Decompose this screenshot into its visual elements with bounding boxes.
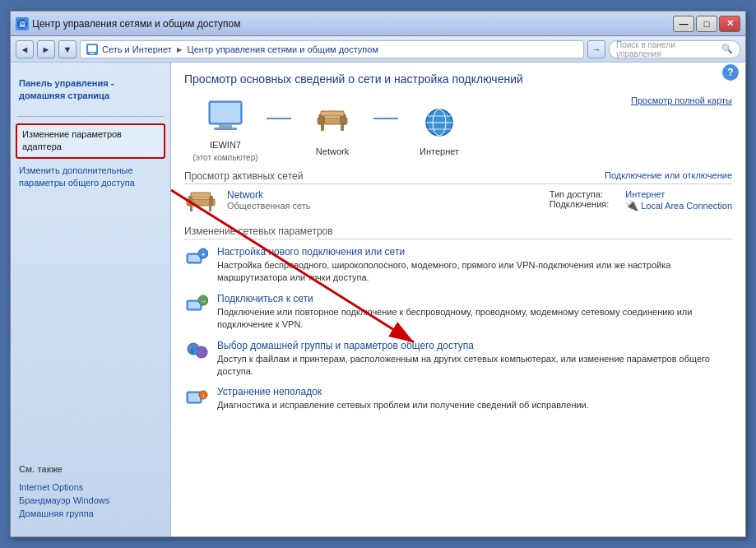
- svg-rect-31: [188, 302, 200, 309]
- search-placeholder: Поиск в панели управления: [616, 40, 718, 58]
- action-item-connect: → Подключиться к сети Подключение или по…: [184, 293, 732, 332]
- map-label-network: Network: [316, 146, 349, 156]
- homegroup-icon: 👥: [184, 340, 209, 363]
- network-entry: Network Общественная сеть Тип доступа: П…: [184, 189, 732, 216]
- map-full-link[interactable]: Просмотр полной карты: [480, 95, 732, 105]
- connections-value[interactable]: Local Area Connection: [641, 201, 732, 211]
- svg-rect-4: [90, 53, 95, 54]
- sidebar-link-firewall[interactable]: Брандмауэр Windows: [11, 494, 170, 507]
- help-icon[interactable]: ?: [722, 64, 739, 81]
- action-desc-homegroup: Доступ к файлам и принтерам, расположенн…: [217, 353, 732, 378]
- sidebar: Панель управления - домашняя страница Из…: [11, 63, 171, 536]
- action-desc-setup: Настройка беспроводного, широкополосного…: [217, 259, 732, 285]
- svg-rect-27: [188, 255, 200, 262]
- sidebar-also-label: См. также: [11, 457, 170, 481]
- svg-rect-8: [214, 128, 237, 130]
- back-button[interactable]: ◄: [16, 40, 34, 58]
- action-link-troubleshoot[interactable]: Устранение неполадок: [217, 386, 732, 397]
- action-item-homegroup: 👥 Выбор домашней группы и параметров общ…: [184, 340, 732, 378]
- svg-text:👥: 👥: [190, 346, 197, 354]
- page-title: Просмотр основных сведений о сети и наст…: [184, 72, 732, 86]
- svg-rect-6: [211, 103, 240, 123]
- sidebar-home-link[interactable]: Панель управления - домашняя страница: [11, 71, 170, 109]
- svg-rect-38: [188, 393, 200, 402]
- svg-text:🖥: 🖥: [18, 20, 26, 29]
- svg-text:!: !: [202, 392, 204, 400]
- troubleshoot-icon: !: [184, 386, 209, 409]
- svg-rect-3: [88, 45, 96, 52]
- svg-rect-14: [321, 111, 344, 116]
- network-name[interactable]: Network: [227, 189, 540, 201]
- refresh-button[interactable]: →: [587, 40, 605, 58]
- content-area: Просмотр основных сведений о сети и наст…: [171, 63, 745, 536]
- breadcrumb[interactable]: Сеть и Интернет ► Центр управления сетям…: [80, 40, 584, 58]
- action-item-setup: + Настройка нового подключения или сети …: [184, 246, 732, 285]
- connection-value-row: 🔌 Local Area Connection: [625, 199, 732, 211]
- globe-icon: [419, 102, 460, 143]
- connections-label: Подключения:: [550, 199, 610, 209]
- window-title: Центр управления сетями и общим доступом: [32, 18, 241, 30]
- network-details: Тип доступа: Подключения: Интернет 🔌 Loc…: [550, 189, 732, 211]
- action-desc-troubleshoot: Диагностика и исправление сетевых пробле…: [217, 399, 732, 411]
- network-entry-icon: [184, 189, 217, 216]
- map-item-internet: Интернет: [398, 102, 480, 156]
- action-desc-connect: Подключение или повторное подключение к …: [217, 306, 732, 332]
- svg-point-35: [196, 346, 207, 358]
- svg-rect-24: [209, 206, 211, 211]
- sidebar-item-adapter[interactable]: Изменение параметров адаптера: [16, 123, 165, 159]
- sidebar-link-homegroup[interactable]: Домашняя группа: [11, 507, 170, 520]
- network-info: Network Общественная сеть: [227, 189, 540, 211]
- sidebar-item-adapter-label: Изменение параметров адаптера: [22, 129, 122, 151]
- close-button[interactable]: ✕: [719, 16, 740, 32]
- access-type-label: Тип доступа:: [550, 189, 610, 199]
- search-icon: 🔍: [721, 44, 733, 54]
- action-item-troubleshoot: ! Устранение неполадок Диагностика и исп…: [184, 386, 732, 411]
- map-label-internet: Интернет: [420, 146, 459, 156]
- action-link-homegroup[interactable]: Выбор домашней группы и параметров общег…: [217, 340, 732, 351]
- svg-text:→: →: [200, 298, 206, 305]
- change-section-label: Изменение сетевых параметров: [184, 225, 732, 239]
- breadcrumb-sep1: ►: [175, 44, 184, 54]
- dropdown-button[interactable]: ▼: [58, 40, 77, 58]
- svg-rect-7: [219, 124, 232, 128]
- addressbar: ◄ ► ▼ Сеть и Интернет ► Центр управления…: [11, 36, 745, 63]
- window-controls: — □ ✕: [673, 16, 740, 32]
- breadcrumb-part2[interactable]: Центр управления сетями и общим доступом: [188, 44, 378, 54]
- action-content-troubleshoot: Устранение неполадок Диагностика и испра…: [217, 386, 732, 411]
- breadcrumb-part1[interactable]: Сеть и Интернет: [102, 44, 172, 54]
- action-content-homegroup: Выбор домашней группы и параметров общег…: [217, 340, 732, 378]
- maximize-button[interactable]: □: [696, 16, 717, 32]
- active-networks-header: Просмотр активных сетей Подключение или …: [184, 170, 732, 184]
- action-content-setup: Настройка нового подключения или сети На…: [217, 246, 732, 285]
- svg-rect-25: [191, 193, 211, 197]
- svg-rect-12: [321, 124, 324, 131]
- window-icon: 🖥: [16, 17, 29, 30]
- setup-icon: +: [184, 246, 209, 269]
- network-type: Общественная сеть: [227, 201, 540, 211]
- titlebar-left: 🖥 Центр управления сетями и общим доступ…: [16, 17, 241, 30]
- minimize-button[interactable]: —: [673, 16, 694, 32]
- sidebar-item-sharing-label: Изменить дополнительные параметры общего…: [19, 165, 135, 188]
- sidebar-link-internet-options[interactable]: Internet Options: [11, 481, 170, 494]
- action-link-setup[interactable]: Настройка нового подключения или сети: [217, 246, 732, 258]
- map-sublabel-computer: (этот компьютер): [192, 153, 257, 162]
- action-link-connect[interactable]: Подключиться к сети: [217, 293, 732, 304]
- bench-icon: [312, 102, 353, 143]
- search-bar[interactable]: Поиск в панели управления 🔍: [609, 40, 740, 58]
- svg-rect-13: [341, 124, 344, 131]
- svg-rect-23: [190, 206, 192, 211]
- forward-button[interactable]: ►: [37, 40, 55, 58]
- access-type-value: Интернет: [625, 189, 732, 199]
- connect-disconnect-link[interactable]: Подключение или отключение: [605, 170, 732, 182]
- map-item-network: Network: [291, 102, 373, 156]
- active-networks-label: Просмотр активных сетей: [184, 170, 303, 182]
- sidebar-item-sharing[interactable]: Изменить дополнительные параметры общего…: [11, 160, 170, 194]
- action-content-connect: Подключиться к сети Подключение или повт…: [217, 293, 732, 332]
- svg-text:+: +: [202, 251, 206, 258]
- map-label-computer: IEWIN7: [210, 140, 241, 150]
- connect-icon: →: [184, 293, 209, 316]
- computer-icon: [205, 95, 246, 137]
- map-item-computer: IEWIN7 (этот компьютер): [184, 95, 267, 162]
